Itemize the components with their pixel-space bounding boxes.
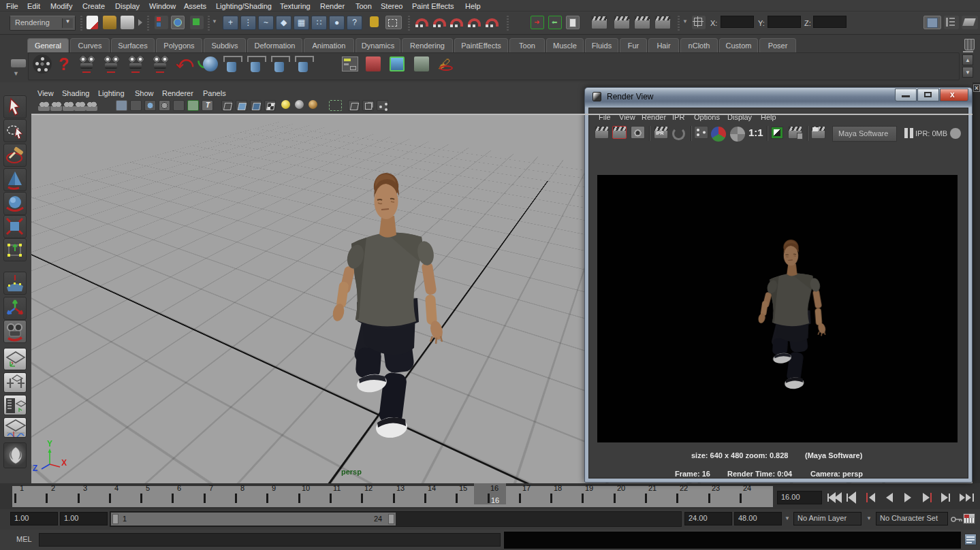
- svg-text:X: X: [61, 458, 67, 468]
- svg-text:Y: Y: [47, 439, 52, 449]
- svg-text:Z: Z: [33, 464, 37, 473]
- svg-text:persp: persp: [341, 468, 362, 476]
